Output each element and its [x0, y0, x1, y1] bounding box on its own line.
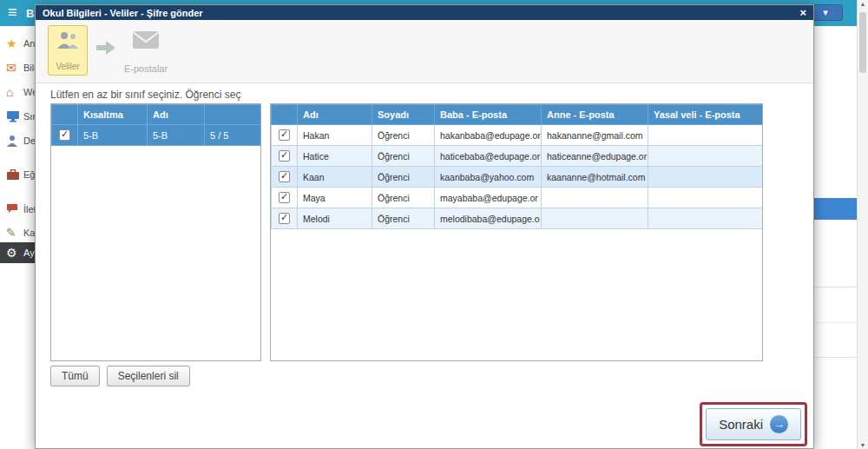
table-header-row: Adı Soyadı Baba - E-posta Anne - E-posta…: [272, 105, 763, 125]
class-row[interactable]: 5-B 5-B 5 / 5: [52, 125, 261, 146]
father-email: mayababa@edupage.or: [435, 188, 542, 208]
student-row[interactable]: Hatice Öğrenci haticebaba@edupage.or hat…: [272, 146, 763, 167]
row-checkbox[interactable]: [279, 192, 290, 203]
guardian-email: [648, 208, 763, 229]
mother-email: [542, 208, 648, 229]
student-name: Maya: [298, 188, 372, 208]
wizard-step-epostalar: E-postalar: [124, 30, 168, 74]
wizard-steps: Veliler E-postalar: [36, 20, 813, 83]
background-blue-button: [814, 198, 857, 220]
guardian-email: [648, 167, 763, 188]
student-row[interactable]: Maya Öğrenci mayababa@edupage.or: [272, 188, 763, 208]
mother-email: hakananne@gmail.com: [542, 125, 648, 146]
student-row[interactable]: Kaan Öğrenci kaanbaba@yahoo.com kaananne…: [272, 167, 763, 188]
list-action-buttons: Tümü Seçilenleri sil: [50, 366, 190, 386]
chat-icon: [6, 203, 23, 215]
step-label: Veliler: [56, 62, 79, 71]
guardian-email: [648, 146, 763, 167]
student-row[interactable]: Melodi Öğrenci melodibaba@edupage.o: [272, 208, 763, 229]
arrow-right-icon: →: [770, 415, 788, 433]
select-all-button[interactable]: Tümü: [50, 366, 100, 386]
step-arrow-icon: [96, 41, 115, 58]
row-checkbox[interactable]: [279, 171, 290, 182]
student-surname: Öğrenci: [372, 167, 435, 188]
guardian-email: [648, 125, 763, 146]
monitor-icon: [6, 110, 23, 122]
father-email: melodibaba@edupage.o: [435, 208, 542, 229]
page-scrollbar[interactable]: ▲ ▼: [857, 0, 868, 449]
column-header[interactable]: Yasal veli - E-posta: [648, 105, 763, 125]
student-name: Hakan: [298, 125, 372, 146]
dialog-title: Okul Bilgileri - Veliler - Şifre gönder: [43, 8, 799, 18]
class-list-panel: Kısaltma Adı 5-B 5-B 5 / 5: [50, 103, 261, 361]
pen-icon: ✎: [6, 226, 23, 240]
father-email: haticebaba@edupage.or: [435, 146, 542, 167]
guardian-email: [648, 188, 763, 208]
home-icon: ⌂: [6, 85, 23, 99]
class-name: 5-B: [148, 125, 205, 146]
column-header[interactable]: Soyadı: [372, 105, 435, 125]
scrollbar-thumb[interactable]: [859, 12, 866, 73]
column-header[interactable]: Kısaltma: [78, 105, 148, 125]
student-row[interactable]: Hakan Öğrenci hakanbaba@edupage.or hakan…: [272, 125, 763, 146]
father-email: kaanbaba@yahoo.com: [435, 167, 542, 188]
checkbox-column-header: [272, 105, 298, 125]
student-surname: Öğrenci: [372, 146, 435, 167]
student-list-panel: Adı Soyadı Baba - E-posta Anne - E-posta…: [270, 103, 763, 361]
student-name: Kaan: [298, 167, 372, 188]
father-email: hakanbaba@edupage.or: [435, 125, 542, 146]
background-table-edge: [814, 287, 857, 358]
briefcase-icon: [6, 169, 23, 181]
instruction-text: Lütfen en az bir sınıf seçiniz. Öğrenci …: [50, 89, 240, 101]
column-header[interactable]: Adı: [148, 105, 205, 125]
row-checkbox[interactable]: [279, 213, 290, 224]
dialog-titlebar: Okul Bilgileri - Veliler - Şifre gönder …: [36, 5, 813, 20]
delete-selected-button[interactable]: Seçilenleri sil: [107, 366, 190, 386]
row-checkbox[interactable]: [279, 129, 290, 141]
next-button-label: Sonraki: [719, 417, 763, 432]
class-table: Kısaltma Adı 5-B 5-B 5 / 5: [51, 104, 261, 146]
column-header: [205, 105, 261, 125]
row-checkbox[interactable]: [279, 150, 290, 162]
table-header-row: Kısaltma Adı: [52, 105, 261, 125]
class-abbreviation: 5-B: [78, 125, 148, 146]
student-name: Hatice: [298, 146, 372, 167]
mother-email: haticeanne@edupage.or: [542, 146, 648, 167]
student-table: Adı Soyadı Baba - E-posta Anne - E-posta…: [271, 104, 763, 229]
annotation-highlight-box: Sonraki →: [700, 402, 807, 446]
next-button[interactable]: Sonraki →: [706, 408, 801, 440]
mother-email: kaananne@hotmail.com: [542, 167, 648, 188]
mother-email: [542, 188, 648, 208]
column-header[interactable]: Adı: [298, 105, 372, 125]
class-selected-count: 5 / 5: [205, 125, 261, 146]
column-header[interactable]: Baba - E-posta: [435, 105, 542, 125]
student-surname: Öğrenci: [372, 125, 435, 146]
envelope-icon: [132, 30, 160, 53]
send-password-dialog: Okul Bilgileri - Veliler - Şifre gönder …: [35, 4, 814, 449]
student-name: Melodi: [298, 208, 372, 229]
close-icon[interactable]: ×: [799, 7, 806, 18]
class-checkbox[interactable]: [59, 129, 70, 141]
star-icon: ★: [6, 36, 23, 50]
hamburger-menu-icon[interactable]: ≡: [8, 3, 17, 22]
step-label: E-postalar: [124, 63, 168, 74]
column-header[interactable]: Anne - E-posta: [542, 105, 648, 125]
wizard-step-veliler[interactable]: Veliler: [48, 25, 88, 76]
mail-icon: ✉: [6, 61, 23, 75]
person-icon: [6, 135, 23, 148]
scroll-up-icon[interactable]: ▲: [858, 1, 868, 7]
gear-icon: ⚙: [6, 246, 23, 260]
scroll-down-icon[interactable]: ▼: [858, 442, 868, 448]
student-surname: Öğrenci: [372, 208, 435, 229]
people-icon: [56, 31, 79, 53]
caret-down-icon: ▾: [823, 7, 828, 18]
student-surname: Öğrenci: [372, 188, 435, 208]
checkbox-column-header: [52, 105, 78, 125]
